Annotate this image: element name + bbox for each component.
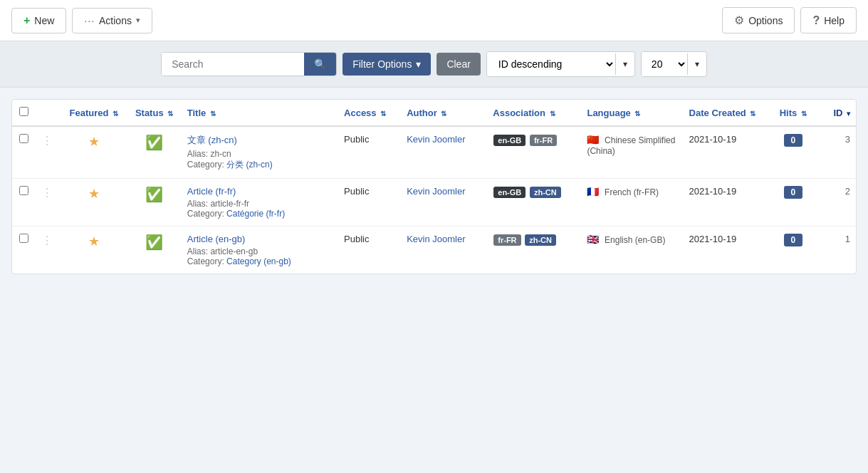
date-value: 2021-10-19 (689, 186, 737, 197)
featured-cell: ★ (61, 179, 127, 227)
date-cell: 2021-10-19 (684, 126, 770, 179)
dots-icon: ··· (84, 15, 95, 26)
sort-select[interactable]: ID descending ID ascending Title ascendi… (487, 52, 615, 76)
gear-icon: ⚙ (734, 14, 744, 27)
category-link[interactable]: Category (en-gb) (226, 256, 291, 266)
title-cell: 文章 (zh-cn) Alias: zh-cn Category: 分类 (zh… (182, 126, 338, 179)
author-link[interactable]: Kevin Joomler (407, 186, 465, 197)
th-language-label: Language (587, 108, 630, 118)
category-link[interactable]: 分类 (zh-cn) (226, 160, 273, 170)
th-title[interactable]: Title ⇅ (182, 100, 338, 126)
author-link[interactable]: Kevin Joomler (407, 234, 465, 244)
drag-handle-icon[interactable]: ⋮ (41, 234, 53, 246)
id-value: 1 (845, 234, 850, 244)
th-id[interactable]: ID ▾ (817, 100, 856, 126)
row-checkbox[interactable] (19, 234, 28, 243)
help-label: Help (824, 15, 845, 26)
help-button[interactable]: ? Help (800, 7, 857, 33)
drag-cell: ⋮ (36, 227, 61, 274)
th-association[interactable]: Association ⇅ (487, 100, 581, 126)
id-value: 3 (845, 134, 850, 145)
filter-chevron-icon: ▾ (416, 58, 421, 70)
assoc-badge-fr-fr[interactable]: fr-FR (493, 234, 521, 246)
th-hits[interactable]: Hits ⇅ (770, 100, 817, 126)
hits-badge[interactable]: 0 (784, 234, 802, 246)
language-name: Chinese Simplified (China) (587, 135, 675, 156)
sort-arrow-button[interactable]: ▾ (615, 53, 634, 75)
th-date-created[interactable]: Date Created ⇅ (684, 100, 770, 126)
question-icon: ? (812, 14, 820, 27)
article-title-link[interactable]: Article (fr-fr) (187, 186, 236, 197)
assoc-badge-zh-cn[interactable]: zh-CN (530, 187, 561, 198)
toolbar-right: ⚙ Options ? Help (722, 7, 857, 33)
sort-wrap: ID descending ID ascending Title ascendi… (486, 51, 635, 77)
table-row: ⋮ ★ ✅ Article (en-gb) Alias: article-en-… (12, 227, 856, 274)
id-value: 2 (845, 186, 850, 197)
th-author[interactable]: Author ⇅ (401, 100, 487, 126)
clear-label: Clear (446, 58, 470, 70)
assoc-sort-icon: ⇅ (550, 110, 555, 118)
row-checkbox[interactable] (19, 186, 28, 195)
id-cell: 3 (817, 126, 856, 179)
article-meta: Alias: zh-cn Category: 分类 (zh-cn) (187, 149, 333, 171)
th-status-label: Status (135, 108, 164, 118)
access-cell: Public (338, 179, 401, 227)
filter-bar: 🔍 Filter Options ▾ Clear ID descending I… (0, 41, 868, 88)
featured-star-icon[interactable]: ★ (88, 135, 100, 149)
actions-button[interactable]: ··· Actions ▾ (72, 8, 152, 33)
featured-star-icon[interactable]: ★ (88, 234, 100, 249)
th-drag (36, 100, 61, 126)
new-button[interactable]: + New (11, 8, 66, 33)
article-title-link[interactable]: Article (en-gb) (187, 234, 246, 244)
status-sort-icon: ⇅ (167, 110, 173, 118)
chevron-down-icon: ▾ (136, 16, 140, 25)
drag-handle-icon[interactable]: ⋮ (41, 187, 53, 199)
date-cell: 2021-10-19 (684, 179, 770, 227)
row-checkbox[interactable] (19, 134, 28, 143)
th-status[interactable]: Status ⇅ (127, 100, 181, 126)
assoc-badge-zh-cn[interactable]: zh-CN (525, 234, 556, 246)
th-featured[interactable]: Featured ⇅ (61, 100, 127, 126)
assoc-badge-fr-fr[interactable]: fr-FR (530, 135, 557, 146)
th-language[interactable]: Language ⇅ (581, 100, 683, 126)
drag-handle-icon[interactable]: ⋮ (41, 135, 53, 147)
author-cell: Kevin Joomler (401, 179, 487, 227)
select-all-checkbox[interactable] (19, 107, 28, 116)
id-cell: 2 (817, 179, 856, 227)
per-page-arrow-button[interactable]: ▾ (687, 53, 706, 75)
access-value: Public (344, 134, 369, 145)
new-label: New (34, 15, 54, 26)
category-link[interactable]: Catégorie (fr-fr) (226, 209, 285, 219)
status-check-icon[interactable]: ✅ (145, 187, 163, 202)
article-meta: Alias: article-fr-fr Category: Catégorie… (187, 199, 333, 219)
row-checkbox-cell (12, 126, 36, 179)
featured-star-icon[interactable]: ★ (88, 187, 100, 201)
hits-badge[interactable]: 0 (784, 186, 802, 199)
search-input[interactable] (162, 53, 304, 76)
author-sort-icon: ⇅ (441, 110, 446, 118)
date-value: 2021-10-19 (689, 234, 737, 244)
status-check-icon[interactable]: ✅ (145, 234, 163, 250)
options-button[interactable]: ⚙ Options (722, 7, 795, 33)
language-cell: 🇬🇧 English (en-GB) (581, 227, 683, 274)
search-button[interactable]: 🔍 (304, 53, 336, 76)
title-sort-icon: ⇅ (210, 110, 216, 118)
assoc-badge-en-gb[interactable]: en-GB (493, 135, 525, 146)
table-container: Featured ⇅ Status ⇅ Title ⇅ Access ⇅ (11, 99, 857, 274)
articles-table: Featured ⇅ Status ⇅ Title ⇅ Access ⇅ (12, 100, 856, 274)
th-access[interactable]: Access ⇅ (338, 100, 401, 126)
filter-options-button[interactable]: Filter Options ▾ (343, 53, 431, 76)
author-link[interactable]: Kevin Joomler (407, 134, 465, 145)
article-title-link[interactable]: 文章 (zh-cn) (187, 135, 237, 145)
clear-button[interactable]: Clear (436, 53, 480, 76)
access-value: Public (344, 234, 369, 244)
assoc-badge-en-gb[interactable]: en-GB (493, 187, 525, 198)
th-date-label: Date Created (689, 108, 746, 118)
author-cell: Kevin Joomler (401, 126, 487, 179)
date-value: 2021-10-19 (689, 134, 737, 145)
status-cell: ✅ (127, 179, 181, 227)
status-check-icon[interactable]: ✅ (145, 135, 163, 150)
filter-options-label: Filter Options (352, 58, 412, 70)
hits-badge[interactable]: 0 (784, 134, 802, 147)
per-page-select[interactable]: 20 5 10 25 50 100 (642, 52, 687, 76)
